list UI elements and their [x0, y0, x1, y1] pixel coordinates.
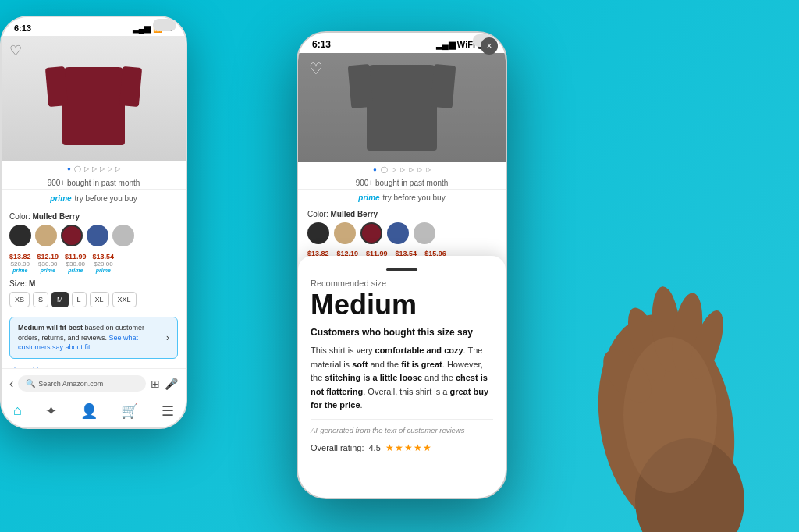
hand-illustration: [581, 204, 752, 532]
swatch-blue-right[interactable]: [387, 222, 409, 244]
prime-sub-right: try before you buy: [383, 193, 446, 202]
swatch-tan-left[interactable]: [35, 225, 57, 246]
product-image-right: ♡: [298, 53, 506, 162]
fit-banner-left: Medium will fit best based on customer o…: [9, 317, 178, 359]
search-input-left[interactable]: 🔍 Search Amazon.com: [18, 375, 146, 392]
shirt-illustration-left: [62, 67, 125, 145]
rec-size: Medium: [311, 291, 493, 319]
rating-label: Overall rating:: [311, 443, 364, 452]
heart-icon-left[interactable]: ♡: [9, 42, 22, 59]
star-2: ★: [395, 442, 403, 453]
swatch-more-right[interactable]: [414, 222, 435, 244]
nav-person[interactable]: 👤: [80, 403, 98, 420]
search-placeholder-left: Search Amazon.com: [38, 380, 103, 388]
scroll-handle: [386, 268, 417, 271]
rec-title-small: Recommended size: [311, 278, 493, 288]
right-phone: 6:13 ▂▄▆ WiFi 76 ♡ ● ◯ ▷ ▷ ▷ ▷ ▷ 900+ bo…: [297, 31, 507, 499]
fit-arrow-icon: ›: [166, 332, 169, 343]
size-label-left: Size: M: [9, 279, 178, 288]
image-dots-left: ● ◯ ▷ ▷ ▷ ▷ ▷: [2, 161, 186, 177]
shirt-illustration-right: [367, 65, 437, 151]
bottom-nav-left: ‹ 🔍 Search Amazon.com ⊞ 🎤 ⌂ ✦ 👤 🛒 ☰: [2, 368, 186, 427]
size-buttons-left: XS S M L XL XXL: [9, 292, 178, 307]
swatch-berry-right[interactable]: [360, 222, 382, 244]
color-swatches-right: [307, 222, 496, 244]
price-item-4: $13.54 $20.00 prime: [93, 253, 115, 273]
rec-customers-title: Customers who bought this size say: [311, 327, 493, 338]
fit-text-left: Medium will fit best based on customer o…: [18, 323, 163, 353]
prime-logo-right: prime: [358, 193, 379, 202]
color-section-left: Color: Mulled Berry: [2, 207, 186, 251]
back-button-left[interactable]: ‹: [9, 377, 13, 391]
toggle-switch-left[interactable]: [153, 19, 176, 31]
size-l[interactable]: L: [72, 292, 87, 307]
star-5: ★: [423, 442, 431, 453]
rec-rating: Overall rating: 4.5 ★ ★ ★ ★ ★: [311, 442, 493, 453]
size-m[interactable]: M: [51, 292, 69, 307]
heart-icon-right[interactable]: ♡: [309, 59, 323, 78]
signal-right: ▂▄▆: [436, 40, 455, 50]
color-swatches-left: [9, 225, 178, 246]
svg-point-7: [623, 337, 717, 493]
prime-bar-left: prime try before you buy: [2, 189, 186, 207]
product-image-left: ♡: [2, 36, 186, 161]
close-button[interactable]: ×: [481, 37, 498, 55]
mic-icon-left[interactable]: 🎤: [165, 378, 178, 390]
prime-sub-left: try before you buy: [75, 194, 137, 203]
size-xs[interactable]: XS: [9, 292, 30, 307]
star-4: ★: [414, 442, 422, 453]
price-item-2: $12.19 $30.00 prime: [37, 253, 59, 273]
color-label-right: Color: Mulled Berry: [307, 210, 496, 218]
size-s[interactable]: S: [33, 292, 48, 307]
rating-value: 4.5: [368, 443, 380, 452]
fit-link[interactable]: See what customers say about fit: [18, 334, 138, 352]
rec-ai-note: AI-generated from the text of customer r…: [311, 419, 493, 434]
rec-panel: Recommended size Medium Customers who bo…: [298, 256, 506, 498]
prime-bar-right: prime try before you buy: [298, 189, 506, 206]
left-phone: 6:13 ▂▄▆ 📶 70 ♡ ● ◯ ▷ ▷ ▷ ▷ ▷ 900+ bough…: [0, 16, 187, 429]
price-item-3: $11.99 $30.00 prime: [65, 253, 87, 273]
nav-cart[interactable]: 🛒: [121, 403, 138, 420]
prime-logo-left: prime: [50, 194, 71, 203]
search-actions-left: ⊞ 🎤: [151, 378, 178, 390]
search-bar-left: ‹ 🔍 Search Amazon.com ⊞ 🎤: [2, 369, 186, 398]
time-right: 6:13: [312, 39, 331, 50]
price-row-left: $13.82 $20.00 prime $12.19 $30.00 prime …: [2, 251, 186, 275]
swatch-berry-left[interactable]: [61, 225, 83, 246]
price-item-1: $13.82 $20.00 prime: [9, 253, 31, 273]
search-icon-left: 🔍: [26, 379, 35, 388]
swatch-more-left[interactable]: [112, 225, 134, 246]
swatch-blue-left[interactable]: [87, 225, 108, 246]
nav-menu[interactable]: ☰: [162, 403, 174, 420]
nav-icons-left: ⌂ ✦ 👤 🛒 ☰: [2, 398, 186, 427]
bought-text-left: 900+ bought in past month: [2, 177, 186, 189]
swatch-dark-right[interactable]: [307, 222, 329, 244]
rec-review-text: This shirt is very comfortable and cozy.…: [311, 344, 493, 413]
stars: ★ ★ ★ ★ ★: [385, 442, 431, 453]
size-section-left: Size: M XS S M L XL XXL: [2, 275, 186, 312]
color-section-right: Color: Mulled Berry: [298, 206, 506, 248]
barcode-icon-left[interactable]: ⊞: [151, 378, 160, 390]
image-dots-right: ● ◯ ▷ ▷ ▷ ▷ ▷: [298, 162, 506, 177]
bought-text-right: 900+ bought in past month: [298, 177, 506, 189]
size-xxl[interactable]: XXL: [112, 292, 137, 307]
color-label-left: Color: Mulled Berry: [9, 212, 178, 221]
swatch-tan-right[interactable]: [334, 222, 356, 244]
nav-sparkle[interactable]: ✦: [45, 403, 57, 420]
star-1: ★: [385, 442, 394, 453]
nav-home[interactable]: ⌂: [13, 403, 22, 420]
signal-left: ▂▄▆: [133, 24, 151, 33]
size-xl[interactable]: XL: [90, 292, 109, 307]
star-3: ★: [404, 442, 413, 453]
swatch-dark-left[interactable]: [9, 225, 31, 246]
time-left: 6:13: [14, 23, 31, 33]
